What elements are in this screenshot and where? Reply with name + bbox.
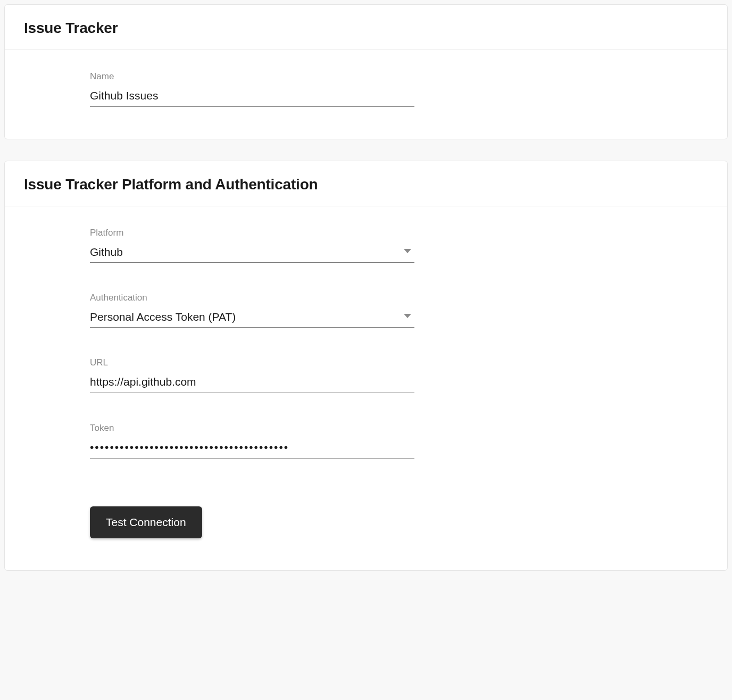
card-body: Name xyxy=(5,50,727,139)
authentication-label: Authentication xyxy=(90,293,414,303)
authentication-group: Authentication Personal Access Token (PA… xyxy=(90,293,414,328)
card-body: Platform Github Authentication Personal … xyxy=(5,206,727,570)
authentication-select[interactable]: Personal Access Token (PAT) xyxy=(90,309,414,328)
action-row: Test Connection xyxy=(90,506,642,538)
card-header: Issue Tracker xyxy=(5,5,727,50)
token-input[interactable] xyxy=(90,439,414,459)
platform-label: Platform xyxy=(90,228,414,238)
platform-select[interactable]: Github xyxy=(90,244,414,263)
card-header: Issue Tracker Platform and Authenticatio… xyxy=(5,161,727,206)
issue-tracker-card: Issue Tracker Name xyxy=(4,4,728,139)
name-group: Name xyxy=(90,71,414,107)
url-input[interactable] xyxy=(90,373,414,393)
platform-group: Platform Github xyxy=(90,228,414,263)
token-label: Token xyxy=(90,423,414,434)
platform-auth-card: Issue Tracker Platform and Authenticatio… xyxy=(4,161,728,571)
token-group: Token xyxy=(90,423,414,459)
name-label: Name xyxy=(90,71,414,82)
authentication-select-wrapper: Personal Access Token (PAT) xyxy=(90,309,414,328)
card-title: Issue Tracker Platform and Authenticatio… xyxy=(24,176,708,193)
name-input[interactable] xyxy=(90,87,414,107)
test-connection-button[interactable]: Test Connection xyxy=(90,506,202,538)
card-title: Issue Tracker xyxy=(24,20,708,37)
platform-select-wrapper: Github xyxy=(90,244,414,263)
url-group: URL xyxy=(90,357,414,393)
url-label: URL xyxy=(90,357,414,368)
